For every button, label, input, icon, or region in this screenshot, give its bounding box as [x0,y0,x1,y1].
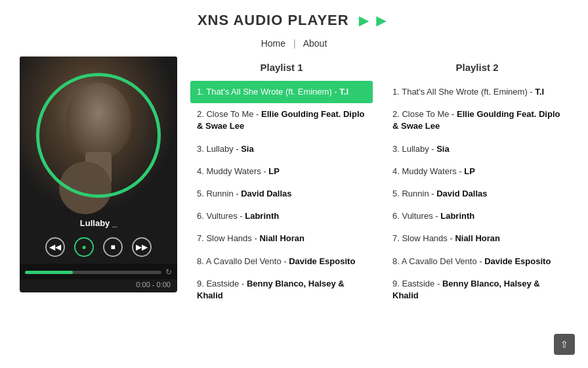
playlist-item[interactable]: 5. Runnin - David Dallas [386,183,568,205]
song-title: Lullaby _ [80,218,117,228]
player-box: Lullaby _ ◀◀ ● ■ ▶▶ ↻ 0:00 - 0:00 [20,57,177,292]
now-playing-info: Lullaby _ [20,214,177,232]
playlist-item[interactable]: 2. Close To Me - Ellie Goulding Feat. Di… [386,103,568,137]
playlist-item[interactable]: 9. Eastside - Benny Blanco, Halsey & Kha… [386,273,568,307]
player-controls: ◀◀ ● ■ ▶▶ [20,232,177,264]
title-text: XNS AUDIO PLAYER [198,12,349,29]
playlist-item[interactable]: 4. Muddy Waters - LP [190,160,373,183]
refresh-icon[interactable]: ↻ [165,267,172,277]
playlist2-col: Playlist 2 1. That's All She Wrote (ft. … [386,57,568,307]
progress-bar-area: ↻ [20,264,177,279]
album-circle-border [36,73,161,198]
stop-button[interactable]: ■ [103,237,123,257]
playlist-item[interactable]: 5. Runnin - David Dallas [190,183,373,205]
playlist1-header: Playlist 1 [190,57,373,81]
progress-fill [25,271,73,274]
player-section: Lullaby _ ◀◀ ● ■ ▶▶ ↻ 0:00 - 0:00 [20,57,177,307]
playlist-item[interactable]: 7. Slow Hands - Niall Horan [386,227,568,250]
playlist2-header: Playlist 2 [386,57,568,81]
playlist-item[interactable]: 4. Muddy Waters - LP [386,160,568,183]
play-button[interactable]: ● [74,237,94,257]
playlist-item[interactable]: 1. That's All She Wrote (ft. Eminem) - T… [386,81,568,103]
playlist-item[interactable]: 9. Eastside - Benny Blanco, Halsey & Kha… [190,273,373,307]
playlist-item[interactable]: 1. That's All She Wrote (ft. Eminem) - T… [190,81,373,103]
nav-about[interactable]: About [303,38,327,49]
playlist-item[interactable]: 7. Slow Hands - Niall Horan [190,227,373,250]
playlist-item[interactable]: 6. Vultures - Labrinth [386,205,568,227]
playlist2-items: 1. That's All She Wrote (ft. Eminem) - T… [386,81,568,307]
time-total: 0:00 [157,281,171,288]
playlist-item[interactable]: 3. Lullaby - Sia [386,138,568,160]
time-separator: - [152,281,157,288]
playlists-section: Playlist 1 1. That's All She Wrote (ft. … [190,57,568,307]
scroll-to-top-button[interactable]: ⇧ [554,334,575,355]
progress-track[interactable] [25,271,161,274]
playlist-item[interactable]: 8. A Cavallo Del Vento - Davide Esposito [190,250,373,273]
playlist-item[interactable]: 8. A Cavallo Del Vento - Davide Esposito [386,250,568,273]
playlist-item[interactable]: 3. Lullaby - Sia [190,138,373,160]
app-title: XNS AUDIO PLAYER ►► [198,12,390,29]
time-display: 0:00 - 0:00 [20,279,177,292]
main-content: Lullaby _ ◀◀ ● ■ ▶▶ ↻ 0:00 - 0:00 [0,57,588,307]
main-nav: Home | About [0,33,588,57]
playlist1-col: Playlist 1 1. That's All She Wrote (ft. … [190,57,373,307]
prev-button[interactable]: ◀◀ [45,237,65,257]
nav-separator: | [293,38,296,49]
time-current: 0:00 [136,281,150,288]
next-button[interactable]: ▶▶ [132,237,152,257]
logo-arrows-icon: ►► [356,12,390,29]
playlist1-items: 1. That's All She Wrote (ft. Eminem) - T… [190,81,373,307]
album-art [20,57,177,214]
playlist-item[interactable]: 2. Close To Me - Ellie Goulding Feat. Di… [190,103,373,137]
nav-home[interactable]: Home [261,38,285,49]
playlist-item[interactable]: 6. Vultures - Labrinth [190,205,373,227]
site-header: XNS AUDIO PLAYER ►► [0,0,588,33]
